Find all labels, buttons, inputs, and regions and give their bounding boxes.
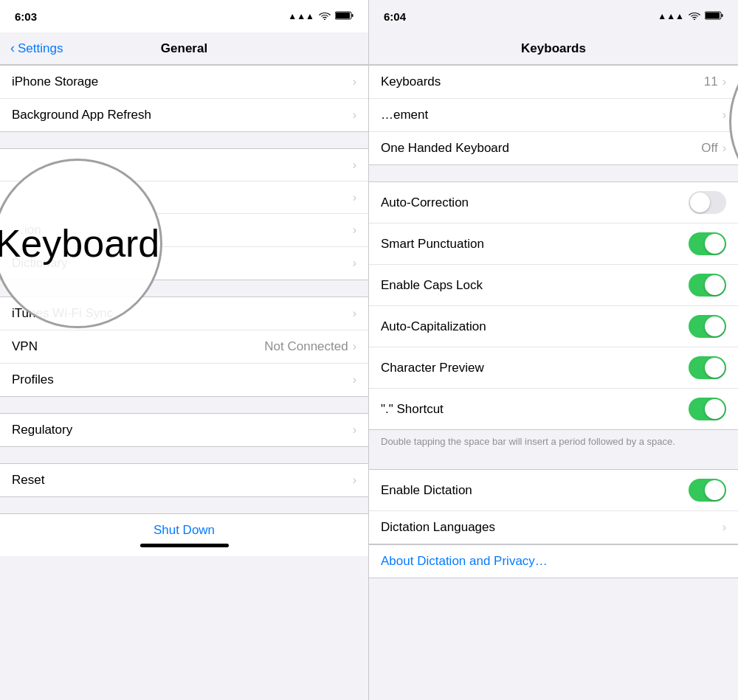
iphone-storage-value: ›	[353, 75, 356, 89]
chevron-icon: ›	[353, 191, 356, 204]
enable-dictation-label: Enable Dictation	[381, 483, 472, 498]
svg-rect-2	[352, 14, 354, 17]
toggle-knob	[690, 193, 710, 212]
keyboard-circle-left: Keyboard	[0, 159, 162, 328]
toggle-knob	[705, 399, 725, 419]
chevron-icon: ›	[723, 75, 726, 89]
left-settings-list: iPhone Storage › Background App Refresh …	[0, 65, 368, 700]
dictation-languages-label: Dictation Languages	[381, 520, 495, 535]
right-section-2: Auto-Correction Smart Punctuation Enable…	[369, 181, 738, 430]
right-panel: Keyboards 6:04 ▲▲▲ Keyboards Keyboards 1…	[369, 0, 738, 700]
list-item-vpn[interactable]: VPN Not Connected ›	[0, 330, 368, 364]
list-item-enable-dictation[interactable]: Enable Dictation	[369, 470, 738, 511]
caps-lock-toggle[interactable]	[689, 274, 726, 297]
list-item-reset[interactable]: Reset ›	[0, 464, 368, 496]
home-indicator	[140, 544, 229, 547]
toggle-knob	[705, 316, 725, 336]
list-item-one-handed[interactable]: One Handed Keyboard Off ›	[369, 132, 738, 164]
profiles-label: Profiles	[12, 372, 54, 387]
auto-capitalization-toggle[interactable]	[689, 315, 726, 338]
auto-correction-label: Auto-Correction	[381, 195, 469, 210]
smart-punctuation-label: Smart Punctuation	[381, 237, 484, 252]
vpn-value: Not Connected	[264, 339, 348, 354]
shortcut-toggle[interactable]	[689, 398, 726, 420]
right-time: 6:04	[384, 10, 406, 23]
smart-punctuation-toggle[interactable]	[689, 232, 726, 255]
wifi-icon	[689, 10, 700, 23]
gap-5	[0, 497, 368, 513]
gap-1	[0, 132, 368, 148]
enable-dictation-toggle[interactable]	[689, 479, 726, 502]
list-item-iphone-storage[interactable]: iPhone Storage ›	[0, 66, 368, 99]
circle-text-left: Keyboard	[0, 224, 159, 263]
list-item-background-refresh[interactable]: Background App Refresh ›	[0, 99, 368, 131]
character-preview-label: Character Preview	[381, 361, 484, 375]
right-status-icons: ▲▲▲	[658, 10, 723, 23]
list-item-profiles[interactable]: Profiles ›	[0, 364, 368, 396]
toggle-knob	[705, 234, 725, 254]
chevron-icon: ›	[353, 257, 356, 270]
chevron-icon: ›	[353, 223, 356, 237]
chevron-icon: ›	[353, 108, 356, 122]
toggle-knob	[705, 480, 725, 500]
svg-rect-6	[722, 14, 723, 17]
chevron-icon: ›	[353, 340, 356, 353]
shortcut-footer-note: Double tapping the space bar will insert…	[369, 430, 738, 453]
right-section-3: Enable Dictation Dictation Languages ›	[369, 469, 738, 544]
background-refresh-label: Background App Refresh	[12, 108, 151, 122]
svg-point-0	[324, 19, 325, 21]
left-section-4: Regulatory ›	[0, 413, 368, 447]
list-item-shortcut[interactable]: "." Shortcut	[369, 389, 738, 429]
list-item-auto-capitalization[interactable]: Auto-Capitalization	[369, 306, 738, 347]
auto-correction-toggle[interactable]	[689, 191, 726, 214]
right-nav-bar: Keyboards	[369, 32, 738, 65]
iphone-storage-label: iPhone Storage	[12, 74, 98, 89]
gap-4	[0, 447, 368, 463]
keyboards-count-value: 11	[704, 74, 718, 89]
chevron-icon: ›	[353, 423, 356, 437]
keyboards-count-label: Keyboards	[381, 74, 441, 89]
chevron-icon: ›	[353, 75, 356, 89]
shutdown-button[interactable]: Shut Down	[154, 523, 215, 538]
back-button[interactable]: ‹ Settings	[10, 41, 63, 56]
right-gap-1	[369, 165, 738, 181]
right-section-1: Keyboards 11 › …ement › One Handed Keybo…	[369, 65, 738, 165]
svg-rect-3	[336, 13, 350, 18]
gap-3	[0, 397, 368, 413]
chevron-icon: ›	[723, 142, 726, 155]
right-status-bar: 6:04 ▲▲▲	[369, 0, 738, 32]
shutdown-section: Shut Down	[0, 513, 368, 556]
character-preview-toggle[interactable]	[689, 356, 726, 379]
chevron-icon: ›	[353, 307, 356, 320]
left-nav-title: General	[161, 41, 207, 56]
svg-rect-7	[706, 13, 720, 18]
back-arrow-icon: ‹	[10, 41, 15, 56]
chevron-icon: ›	[353, 373, 356, 387]
list-item-ement[interactable]: …ement ›	[369, 99, 738, 132]
auto-capitalization-label: Auto-Capitalization	[381, 319, 486, 334]
chevron-icon: ›	[723, 521, 726, 534]
chevron-icon: ›	[353, 474, 356, 487]
battery-icon	[705, 10, 723, 23]
list-item-regulatory[interactable]: Regulatory ›	[0, 414, 368, 446]
reset-label: Reset	[12, 473, 44, 488]
vpn-label: VPN	[12, 339, 38, 354]
list-item-keyboards-count[interactable]: Keyboards 11 ›	[369, 66, 738, 99]
right-settings-list: Keyboards 11 › …ement › One Handed Keybo…	[369, 65, 738, 700]
list-item-auto-correction[interactable]: Auto-Correction	[369, 182, 738, 223]
caps-lock-label: Enable Caps Lock	[381, 278, 483, 293]
list-item-character-preview[interactable]: Character Preview	[369, 347, 738, 389]
toggle-knob	[705, 358, 725, 378]
battery-icon	[335, 10, 354, 23]
one-handed-value: Off	[701, 141, 717, 156]
about-dictation-link[interactable]: About Dictation and Privacy…	[369, 544, 738, 578]
chevron-icon: ›	[723, 108, 726, 122]
list-item-caps-lock[interactable]: Enable Caps Lock	[369, 265, 738, 306]
left-time: 6:03	[15, 10, 37, 23]
regulatory-label: Regulatory	[12, 423, 72, 437]
left-nav-bar: ‹ Settings General	[0, 32, 368, 65]
list-item-smart-punctuation[interactable]: Smart Punctuation	[369, 223, 738, 265]
left-panel: Keyboard 6:03 ▲▲▲ ‹ Settings General iPh…	[0, 0, 369, 700]
list-item-dictation-languages[interactable]: Dictation Languages ›	[369, 511, 738, 544]
wifi-icon	[319, 10, 331, 23]
